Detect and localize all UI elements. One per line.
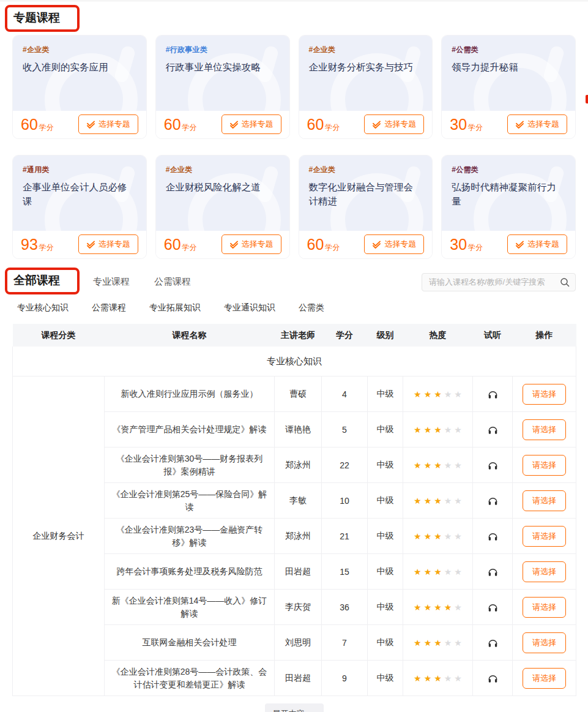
top-divider (0, 1, 588, 1)
choose-button[interactable]: 请选择 (523, 419, 566, 440)
course-table: 课程分类 课程名称 主讲老师 学分 级别 热度 试听 操作 专业核心知识 企业财… (12, 324, 576, 696)
header-action: 操作 (513, 324, 576, 347)
star-filled-icon: ★ (414, 567, 422, 577)
search-input[interactable] (428, 277, 560, 287)
table-group-row: 专业核心知识 (13, 347, 576, 377)
topic-card[interactable]: #公需类 领导力提升秘籍 30学分 选择专题 (441, 35, 576, 139)
headphone-icon[interactable] (488, 638, 498, 648)
topic-card[interactable]: #通用类 企事业单位会计人员必修课 93学分 选择专题 (12, 155, 147, 259)
course-name: 新《企业会计准则第14号——收入》修订解读 (105, 590, 275, 625)
card-footer: 30学分 选择专题 (442, 111, 575, 138)
choose-button[interactable]: 请选择 (523, 526, 566, 547)
headphone-icon[interactable] (488, 673, 498, 683)
course-credits: 21 (322, 519, 368, 554)
card-title: 收入准则的实务应用 (23, 60, 136, 74)
course-credits: 5 (322, 412, 368, 448)
topic-card-cover: #企业类 企业财税风险化解之道 (156, 156, 289, 231)
topic-card[interactable]: #企业类 收入准则的实务应用 60学分 选择专题 (12, 35, 147, 139)
filter-core-knowledge[interactable]: 专业核心知识 (17, 302, 69, 313)
rating-stars: ★★★★★ (412, 460, 463, 470)
select-topic-button[interactable]: 选择专题 (507, 234, 567, 254)
filter-public-courses[interactable]: 公需课程 (92, 302, 126, 313)
filter-public-type[interactable]: 公需类 (299, 302, 324, 313)
card-credits: 93学分 (21, 236, 54, 253)
credit-unit: 学分 (182, 243, 197, 252)
topic-section-title: 专题课程 (13, 11, 60, 24)
select-topic-button[interactable]: 选择专题 (221, 114, 281, 134)
tab-professional-courses[interactable]: 专业课程 (93, 276, 130, 288)
category-cell: 企业财务会计 (13, 377, 105, 696)
card-credits: 60学分 (307, 116, 340, 133)
topic-card[interactable]: #公需类 弘扬时代精神凝聚前行力量 30学分 选择专题 (441, 155, 576, 259)
header-level: 级别 (368, 324, 403, 347)
star-filled-icon: ★ (414, 602, 422, 612)
headphone-icon[interactable] (488, 460, 498, 470)
course-level: 中级 (368, 377, 403, 412)
card-title: 企业财税风险化解之道 (166, 180, 280, 194)
star-filled-icon: ★ (434, 496, 442, 506)
course-credits: 36 (322, 590, 368, 625)
headphone-icon[interactable] (488, 602, 498, 612)
topic-card-cover: #企业类 收入准则的实务应用 (13, 36, 146, 111)
star-empty-icon: ★ (444, 567, 452, 577)
filter-extended-knowledge[interactable]: 专业拓展知识 (149, 302, 201, 313)
star-filled-icon: ★ (444, 602, 452, 612)
all-courses-header: 全部课程 专业课程 公需课程 (0, 263, 576, 294)
double-check-icon (86, 241, 95, 249)
choose-button[interactable]: 请选择 (523, 668, 566, 689)
select-topic-button[interactable]: 选择专题 (78, 234, 138, 254)
headphone-icon[interactable] (488, 389, 498, 399)
header-category: 课程分类 (13, 324, 105, 347)
star-filled-icon: ★ (424, 425, 432, 435)
star-filled-icon: ★ (434, 460, 442, 470)
course-credits: 4 (322, 377, 368, 412)
card-title: 行政事业单位实操攻略 (166, 60, 280, 74)
headphone-icon[interactable] (488, 496, 498, 506)
star-empty-icon: ★ (454, 531, 462, 541)
expand-content-button[interactable]: 展开内容 (265, 703, 324, 712)
select-topic-button[interactable]: 选择专题 (507, 114, 567, 134)
card-category-tag: #企业类 (309, 45, 423, 55)
choose-button[interactable]: 请选择 (523, 455, 566, 476)
double-check-icon (515, 121, 524, 129)
topic-card[interactable]: #企业类 企业财务分析实务与技巧 60学分 选择专题 (299, 35, 433, 139)
choose-button[interactable]: 请选择 (523, 490, 566, 511)
headphone-icon[interactable] (488, 531, 498, 541)
course-level: 中级 (368, 625, 403, 661)
select-topic-button[interactable]: 选择专题 (78, 114, 138, 134)
headphone-icon[interactable] (488, 567, 498, 577)
expand-area: 展开内容 (0, 703, 588, 712)
course-teacher: 曹硕 (275, 377, 322, 412)
course-name: 互联网金融相关会计处理 (105, 625, 275, 661)
headphone-icon[interactable] (488, 425, 498, 435)
topic-card[interactable]: #企业类 数字化业财融合与管理会计精进 60学分 选择专题 (299, 155, 433, 259)
star-filled-icon: ★ (414, 425, 422, 435)
tab-public-courses[interactable]: 公需课程 (154, 276, 191, 288)
rating-stars: ★★★★★ (412, 567, 463, 577)
select-topic-button[interactable]: 选择专题 (221, 234, 281, 254)
filter-general-knowledge[interactable]: 专业通识知识 (224, 302, 275, 313)
select-topic-button[interactable]: 选择专题 (364, 234, 424, 254)
header-credits: 学分 (322, 324, 368, 347)
course-name: 新收入准则行业应用示例（服务业） (105, 377, 275, 412)
card-title: 领导力提升秘籍 (452, 60, 565, 74)
topic-cards-grid: #企业类 收入准则的实务应用 60学分 选择专题 #行政事业类 行政事业单位实操… (12, 35, 576, 259)
choose-button[interactable]: 请选择 (523, 597, 566, 618)
star-empty-icon: ★ (444, 496, 452, 506)
choose-button[interactable]: 请选择 (523, 561, 566, 582)
credit-value: 60 (307, 116, 324, 133)
topic-card[interactable]: #企业类 企业财税风险化解之道 60学分 选择专题 (155, 155, 290, 259)
search-box[interactable] (422, 273, 576, 291)
select-topic-button[interactable]: 选择专题 (364, 114, 424, 134)
star-empty-icon: ★ (454, 602, 462, 612)
star-empty-icon: ★ (444, 673, 452, 683)
search-icon[interactable] (560, 277, 570, 287)
card-title: 数字化业财融合与管理会计精进 (309, 180, 423, 209)
card-category-tag: #行政事业类 (166, 45, 280, 55)
star-filled-icon: ★ (424, 638, 432, 648)
topic-card[interactable]: #行政事业类 行政事业单位实操攻略 60学分 选择专题 (155, 35, 290, 139)
choose-button[interactable]: 请选择 (523, 632, 566, 653)
choose-button[interactable]: 请选择 (523, 384, 566, 405)
card-footer: 30学分 选择专题 (442, 231, 575, 258)
topic-card-cover: #企业类 企业财务分析实务与技巧 (299, 36, 433, 111)
